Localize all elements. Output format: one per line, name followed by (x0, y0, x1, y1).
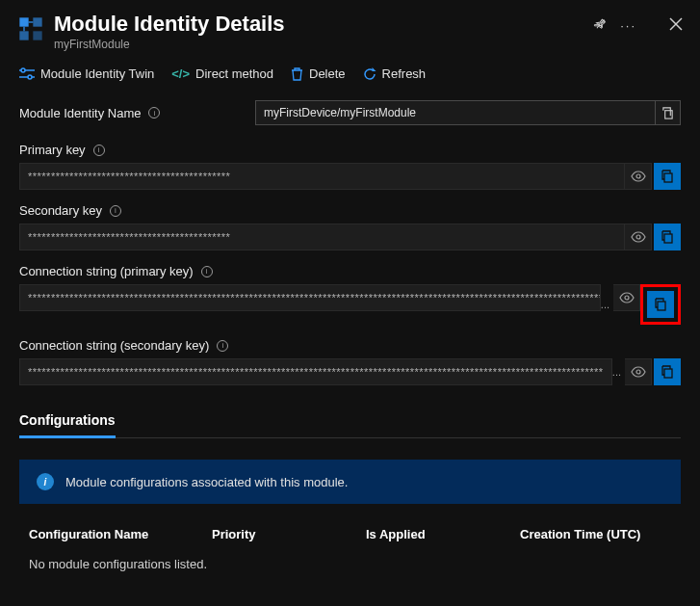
info-banner: i Module configurations associated with … (19, 460, 681, 504)
eye-icon (631, 366, 646, 378)
svg-rect-1 (33, 17, 41, 26)
svg-point-15 (636, 174, 640, 178)
more-icon[interactable]: ··· (620, 18, 636, 33)
highlight-annotation (640, 284, 681, 325)
refresh-icon (363, 67, 376, 81)
connection-string-primary-label: Connection string (primary key) i (19, 264, 681, 278)
delete-button[interactable]: Delete (291, 66, 346, 81)
connection-string-secondary-label: Connection string (secondary key) i (19, 338, 681, 353)
column-priority: Priority (212, 527, 366, 541)
command-bar: Module Identity Twin </> Direct method D… (0, 57, 700, 92)
copy-button[interactable] (647, 291, 674, 318)
info-badge-icon: i (37, 473, 54, 490)
copy-icon (661, 230, 674, 244)
eye-icon (631, 231, 646, 243)
connection-string-primary-input[interactable]: ****************************************… (19, 284, 601, 311)
primary-key-label: Primary key i (19, 143, 681, 157)
page-subtitle: myFirstModule (54, 38, 593, 51)
svg-rect-18 (664, 234, 672, 243)
svg-rect-22 (664, 369, 672, 378)
trash-icon (291, 67, 303, 81)
copy-icon (661, 170, 674, 183)
svg-rect-16 (664, 173, 672, 182)
configurations-tab[interactable]: Configurations (19, 412, 116, 438)
svg-point-11 (28, 75, 32, 79)
divider (19, 437, 681, 438)
banner-text: Module configurations associated with th… (65, 475, 348, 489)
label-text: Module Identity Name (19, 106, 141, 120)
pin-icon[interactable] (593, 17, 607, 34)
copy-icon (661, 107, 674, 119)
ellipsis-icon: ... (601, 299, 613, 310)
toolbar-label: Refresh (382, 66, 427, 81)
svg-rect-2 (19, 31, 28, 40)
show-button[interactable] (625, 224, 652, 250)
table-header: Configuration Name Priority Is Applied C… (19, 504, 681, 549)
eye-icon (619, 292, 635, 303)
svg-rect-3 (33, 31, 41, 40)
show-button[interactable] (613, 284, 640, 311)
svg-rect-0 (19, 17, 28, 26)
secondary-key-label: Secondary key i (19, 203, 681, 218)
code-icon: </> (171, 66, 190, 81)
toolbar-label: Module Identity Twin (40, 66, 154, 81)
info-icon[interactable]: i (217, 340, 228, 352)
toolbar-label: Delete (309, 66, 346, 81)
page-title: Module Identity Details (54, 12, 593, 37)
eye-icon (631, 171, 646, 182)
module-icon (17, 15, 44, 42)
column-config-name: Configuration Name (29, 527, 212, 541)
info-icon[interactable]: i (93, 145, 105, 156)
label-text: Secondary key (19, 203, 102, 218)
label-text: Connection string (primary key) (19, 264, 194, 278)
close-icon[interactable] (669, 17, 683, 34)
table-empty-message: No module configurations listed. (19, 549, 681, 579)
info-icon[interactable]: i (201, 266, 213, 277)
label-text: Connection string (secondary key) (19, 338, 209, 353)
module-identity-name-input[interactable] (255, 100, 656, 125)
copy-button[interactable] (656, 100, 681, 125)
copy-button[interactable] (654, 224, 681, 250)
settings-icon (19, 67, 35, 81)
column-creation-time: Creation Time (UTC) (520, 527, 671, 541)
svg-point-19 (625, 296, 629, 300)
svg-point-17 (636, 235, 640, 239)
info-icon[interactable]: i (110, 205, 121, 217)
secondary-key-input[interactable]: ****************************************… (19, 224, 625, 250)
copy-button[interactable] (654, 358, 681, 385)
module-identity-name-label: Module Identity Name i (19, 106, 255, 120)
copy-icon (661, 365, 674, 379)
ellipsis-icon: ... (612, 366, 625, 378)
info-icon[interactable]: i (148, 107, 160, 119)
label-text: Primary key (19, 143, 86, 157)
copy-button[interactable] (654, 163, 681, 190)
connection-string-secondary-input[interactable]: ****************************************… (19, 358, 612, 385)
svg-rect-20 (658, 302, 665, 310)
svg-point-8 (21, 68, 25, 72)
module-identity-twin-button[interactable]: Module Identity Twin (19, 66, 154, 81)
show-button[interactable] (625, 163, 652, 190)
show-button[interactable] (625, 358, 652, 385)
copy-icon (654, 298, 667, 311)
refresh-button[interactable]: Refresh (363, 66, 427, 81)
svg-point-21 (636, 370, 640, 374)
primary-key-input[interactable]: ****************************************… (19, 163, 625, 190)
column-is-applied: Is Applied (366, 527, 520, 541)
toolbar-label: Direct method (195, 66, 273, 81)
direct-method-button[interactable]: </> Direct method (171, 66, 273, 81)
svg-rect-14 (665, 110, 672, 118)
blade-header: Module Identity Details myFirstModule ··… (0, 0, 700, 57)
